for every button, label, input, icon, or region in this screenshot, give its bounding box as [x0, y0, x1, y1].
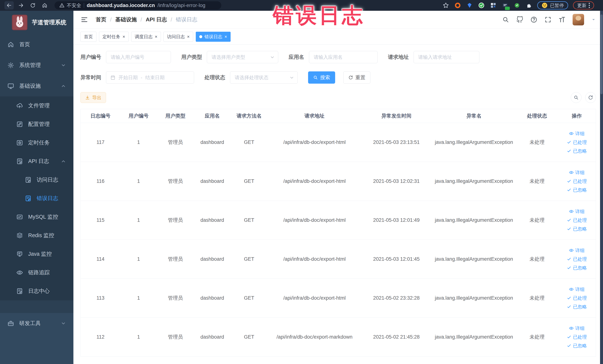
- sidebar-item-label: 配置管理: [28, 120, 50, 128]
- action-mark-processed[interactable]: 已处理: [567, 334, 587, 340]
- action-mark-processed[interactable]: 已处理: [567, 295, 587, 301]
- browser-forward-button[interactable]: [16, 1, 26, 10]
- toggle-search-button[interactable]: [571, 92, 581, 103]
- check-icon: [567, 226, 571, 231]
- breadcrumb-item-api-log[interactable]: API 日志: [146, 16, 167, 23]
- action-detail[interactable]: 详细: [569, 286, 584, 293]
- app-logo[interactable]: 芋道管理系统: [0, 11, 73, 34]
- sidebar-item-access-log[interactable]: 访问日志: [0, 171, 73, 189]
- action-detail[interactable]: 详细: [569, 208, 584, 214]
- sidebar-item-java-monitor[interactable]: Java 监控: [0, 245, 73, 263]
- user-avatar[interactable]: [573, 14, 584, 25]
- tab-error-log[interactable]: 错误日志 ×: [196, 32, 231, 42]
- user-id-input[interactable]: [106, 51, 171, 63]
- export-button[interactable]: 导出: [81, 92, 106, 103]
- action-mark-processed[interactable]: 已处理: [567, 256, 587, 262]
- action-label: 详细: [575, 286, 584, 293]
- warning-icon: [59, 3, 65, 8]
- extension-grid-icon[interactable]: [490, 2, 497, 9]
- sidebar-item-file-management[interactable]: 文件管理: [0, 96, 73, 115]
- action-mark-processed[interactable]: 已处理: [567, 139, 587, 145]
- bookmark-star-icon[interactable]: [442, 2, 449, 9]
- action-detail[interactable]: 详细: [569, 325, 584, 331]
- sidebar-item-infrastructure[interactable]: 基础设施: [0, 76, 73, 96]
- request-url-input[interactable]: [414, 51, 479, 63]
- action-mark-processed[interactable]: 已处理: [567, 217, 587, 223]
- action-mark-ignored[interactable]: 已忽略: [567, 187, 587, 193]
- action-mark-ignored[interactable]: 已忽略: [567, 148, 587, 154]
- extension-puzzle-icon[interactable]: [525, 2, 532, 9]
- sidebar-item-home[interactable]: 首页: [0, 34, 73, 55]
- sidebar-item-error-log[interactable]: 错误日志: [0, 189, 73, 208]
- browser-reload-button[interactable]: [28, 1, 37, 10]
- action-mark-ignored[interactable]: 已忽略: [567, 226, 587, 232]
- sidebar-item-config-management[interactable]: 配置管理: [0, 115, 73, 133]
- action-mark-ignored[interactable]: 已忽略: [567, 304, 587, 310]
- close-icon[interactable]: ×: [187, 35, 190, 39]
- cell-exception-time: 2021-05-02 21:45:28: [361, 317, 431, 356]
- date-range-picker[interactable]: 开始日期 - 结束日期: [106, 71, 194, 84]
- breadcrumb-item-home[interactable]: 首页: [96, 16, 106, 23]
- reset-button[interactable]: 重置: [343, 71, 370, 84]
- close-icon[interactable]: ×: [155, 35, 157, 39]
- table-row: 115 1 管理员 dashboard GET /api/infra/db-do…: [81, 201, 596, 240]
- sidebar-item-devtools[interactable]: 研发工具: [0, 313, 73, 334]
- sidebar-item-log-center[interactable]: 日志中心: [0, 282, 73, 300]
- extension-green-leaf-icon[interactable]: [513, 2, 521, 9]
- action-mark-ignored[interactable]: 已忽略: [567, 265, 587, 271]
- extension-orange-icon[interactable]: [454, 2, 461, 9]
- app-name-input[interactable]: [309, 51, 378, 63]
- page-scrollbar[interactable]: [600, 11, 603, 364]
- update-label: 更新: [577, 2, 587, 9]
- help-icon[interactable]: [530, 16, 537, 23]
- sidebar-item-system-management[interactable]: 系统管理: [0, 55, 73, 76]
- scrollbar-thumb[interactable]: [600, 14, 603, 94]
- process-status-select[interactable]: 请选择处理状态: [230, 71, 298, 84]
- fullscreen-icon[interactable]: [545, 16, 551, 23]
- font-size-icon[interactable]: [558, 16, 566, 23]
- action-label: 已处理: [573, 334, 587, 340]
- tab-home[interactable]: 首页: [81, 32, 96, 42]
- action-label: 已忽略: [573, 148, 587, 154]
- action-label: 已处理: [573, 217, 587, 223]
- sidebar-item-trace[interactable]: 链路追踪: [0, 263, 73, 282]
- cell-method: GET: [231, 162, 268, 201]
- cell-request-url: /api/infra/db-doc/export-html: [268, 279, 361, 317]
- action-mark-processed[interactable]: 已处理: [567, 178, 587, 184]
- sidebar-item-api-log[interactable]: API 日志: [0, 152, 73, 171]
- sidebar-item-redis-monitor[interactable]: Redis 监控: [0, 226, 73, 245]
- caret-down-icon[interactable]: [591, 17, 596, 22]
- github-icon[interactable]: [516, 16, 523, 23]
- action-detail[interactable]: 详细: [569, 247, 584, 254]
- tab-schedule-log[interactable]: 调度日志 ×: [131, 32, 161, 42]
- sidebar-item-mysql-monitor[interactable]: MySQL 监控: [0, 208, 73, 226]
- browser-update-button[interactable]: 更新: [573, 1, 594, 10]
- browser-back-button[interactable]: [4, 1, 14, 10]
- tab-access-log[interactable]: 访问日志 ×: [163, 32, 193, 42]
- infrastructure-submenu: 文件管理 配置管理 定时任务 API 日志 访问日志 错误日志 MySQL 监控: [0, 96, 73, 300]
- sidebar-collapse-icon[interactable]: [81, 16, 88, 23]
- action-detail[interactable]: 详细: [569, 169, 584, 176]
- table-row: 116 1 管理员 dashboard GET /api/infra/db-do…: [81, 162, 596, 201]
- action-mark-ignored[interactable]: 已忽略: [567, 343, 587, 349]
- menu-dots-icon[interactable]: [589, 3, 590, 8]
- cell-app-name: dashboard: [194, 279, 231, 317]
- browser-home-button[interactable]: [40, 1, 49, 10]
- close-icon[interactable]: ×: [224, 35, 227, 39]
- refresh-table-button[interactable]: [585, 92, 596, 103]
- address-bar[interactable]: 不安全 dashboard.yudao.iocoder.cn/infra/log…: [55, 1, 221, 10]
- extension-green-check-icon[interactable]: [478, 2, 485, 9]
- tab-scheduled-tasks[interactable]: 定时任务 ×: [99, 32, 129, 42]
- search-icon[interactable]: [502, 16, 509, 23]
- user-type-select[interactable]: 请选择用户类型: [207, 51, 278, 63]
- extension-switch-icon[interactable]: [502, 2, 509, 9]
- extension-blue-drop-icon[interactable]: [466, 2, 473, 9]
- sidebar-item-scheduled-tasks[interactable]: 定时任务: [0, 133, 73, 152]
- action-detail[interactable]: 详细: [569, 130, 584, 137]
- security-badge[interactable]: 不安全: [59, 2, 81, 9]
- cell-status: 未处理: [516, 240, 557, 279]
- extension-paused-pill[interactable]: 已暂停: [537, 1, 568, 10]
- breadcrumb-item-infrastructure[interactable]: 基础设施: [115, 16, 137, 23]
- search-button[interactable]: 搜索: [308, 71, 335, 84]
- close-icon[interactable]: ×: [123, 35, 125, 39]
